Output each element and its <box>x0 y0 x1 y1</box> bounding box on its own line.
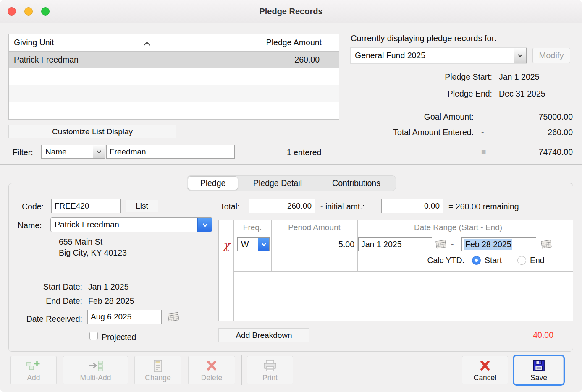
calendar-picker-icon[interactable] <box>167 311 180 324</box>
goal-amount-label: Goal Amount: <box>378 112 474 122</box>
name-select-value: Patrick Freedman <box>51 218 197 232</box>
toolbar-group-divider <box>241 355 242 385</box>
frequency-select[interactable]: W <box>237 237 270 251</box>
cancel-icon <box>479 359 491 374</box>
total-entered-value: 260.00 <box>485 128 573 137</box>
breakdown-remaining-amount: 40.00 <box>495 330 553 340</box>
start-date-value: Jan 1 2025 <box>88 282 129 292</box>
title-bar: Pledge Records <box>0 0 582 23</box>
pledge-end-value: Dec 31 2025 <box>499 89 545 99</box>
chevron-down-icon <box>197 218 212 232</box>
breakdown-header-period-amount: Period Amount <box>271 223 357 232</box>
change-icon <box>152 359 163 374</box>
save-button[interactable]: Save <box>514 356 564 384</box>
print-icon <box>262 359 278 374</box>
entered-count: 1 entered <box>287 148 321 157</box>
column-header-giving-unit[interactable]: Giving Unit <box>14 38 54 47</box>
period-amount-value[interactable]: 5.00 <box>273 240 354 249</box>
start-date-label: Start Date: <box>25 282 82 292</box>
list-button[interactable]: List <box>126 200 158 212</box>
save-icon <box>532 359 545 374</box>
sort-ascending-icon <box>143 40 151 48</box>
delete-button[interactable]: Delete <box>188 356 235 384</box>
add-breakdown-button[interactable]: Add Breakdown <box>218 328 309 342</box>
total-entered-label: Total Amount Entered: <box>370 128 474 137</box>
giving-unit-table: Giving Unit Pledge Amount Patrick Freedm… <box>8 34 339 120</box>
code-input[interactable] <box>51 199 121 213</box>
pledge-amount-cell: 260.00 <box>161 55 320 65</box>
calendar-picker-icon[interactable] <box>435 239 447 251</box>
code-label: Code: <box>22 202 44 212</box>
name-label: Name: <box>18 221 42 230</box>
initial-amount-input[interactable] <box>381 199 443 213</box>
giving-unit-table-header[interactable]: Giving Unit Pledge Amount <box>9 34 339 52</box>
close-window-button[interactable] <box>8 7 16 16</box>
pledge-records-window: Pledge Records Giving Unit Pledge Amount… <box>0 0 582 392</box>
change-button[interactable]: Change <box>134 356 181 384</box>
filter-label: Filter: <box>13 148 33 157</box>
cancel-button[interactable]: Cancel <box>462 356 508 384</box>
row-delete-icon[interactable]: χ <box>223 240 230 251</box>
add-icon <box>26 359 42 374</box>
fund-panel-heading: Currently displaying pledge records for: <box>351 34 497 43</box>
multi-add-button[interactable]: Multi-Add <box>63 356 128 384</box>
minus-operator: - <box>481 128 484 137</box>
sum-divider <box>479 143 573 143</box>
table-row-empty[interactable] <box>9 85 339 102</box>
total-input[interactable] <box>249 199 315 213</box>
zoom-window-button[interactable] <box>41 7 50 16</box>
date-range-separator: - <box>451 240 454 249</box>
column-header-pledge-amount[interactable]: Pledge Amount <box>161 38 322 47</box>
chevron-down-icon <box>93 145 105 158</box>
date-start-input[interactable]: Jan 1 2025 <box>358 237 432 251</box>
delete-icon <box>205 359 218 374</box>
tab-pledge[interactable]: Pledge <box>188 176 238 190</box>
date-received-label: Date Received: <box>15 314 82 324</box>
projected-label: Projected <box>102 332 136 342</box>
tab-bar: Pledge Pledge Detail Contributions <box>187 175 396 191</box>
fund-select[interactable]: General Fund 2025 <box>351 48 527 63</box>
table-row-selected[interactable]: Patrick Freedman 260.00 <box>9 52 339 68</box>
minimize-window-button[interactable] <box>24 7 33 16</box>
date-end-input[interactable]: Feb 28 2025 <box>461 237 536 251</box>
calc-ytd-start-radio[interactable] <box>472 256 481 265</box>
pledge-start-value: Jan 1 2025 <box>499 72 540 82</box>
remaining-goal-value: 74740.00 <box>485 147 573 157</box>
end-date-label: End Date: <box>25 296 82 306</box>
end-date-value: Feb 28 2025 <box>88 296 134 306</box>
date-end-value: Feb 28 2025 <box>464 239 512 250</box>
address-line1: 655 Main St <box>59 237 102 247</box>
frequency-value: W <box>238 238 258 251</box>
pledge-end-label: Pledge End: <box>403 89 492 99</box>
initial-amount-label: - initial amt.: <box>320 202 364 212</box>
print-button[interactable]: Print <box>247 356 293 384</box>
chevron-down-icon <box>258 238 269 251</box>
pledge-start-label: Pledge Start: <box>403 72 492 82</box>
name-select[interactable]: Patrick Freedman <box>50 217 212 232</box>
chevron-down-icon <box>514 48 526 63</box>
giving-unit-cell: Patrick Freedman <box>14 55 79 65</box>
total-label: Total: <box>220 202 240 212</box>
table-row-empty[interactable] <box>9 68 339 85</box>
filter-text-input[interactable] <box>106 145 235 159</box>
modify-fund-button[interactable]: Modify <box>532 48 570 63</box>
table-row-empty[interactable] <box>9 102 339 119</box>
fund-select-value: General Fund 2025 <box>351 48 514 63</box>
customize-list-display-button[interactable]: Customize List Display <box>8 125 176 138</box>
breakdown-header-date-range: Date Range (Start - End) <box>357 223 559 232</box>
calc-ytd-end-label: End <box>530 256 545 265</box>
projected-checkbox[interactable] <box>89 332 98 340</box>
date-start-value: Jan 1 2025 <box>361 240 402 249</box>
calendar-picker-icon[interactable] <box>540 239 552 251</box>
tab-pledge-detail[interactable]: Pledge Detail <box>239 176 317 191</box>
date-received-input[interactable] <box>87 310 162 324</box>
filter-field-select[interactable]: Name <box>41 145 105 159</box>
calc-ytd-end-radio[interactable] <box>517 256 526 265</box>
multi-add-icon <box>88 359 104 374</box>
address-line2: Big City, KY 40123 <box>59 248 127 258</box>
toolbar-divider <box>0 353 582 353</box>
add-button[interactable]: Add <box>10 356 57 384</box>
tab-contributions[interactable]: Contributions <box>317 176 396 191</box>
filter-field-value: Name <box>42 145 93 158</box>
window-title: Pledge Records <box>0 0 582 23</box>
